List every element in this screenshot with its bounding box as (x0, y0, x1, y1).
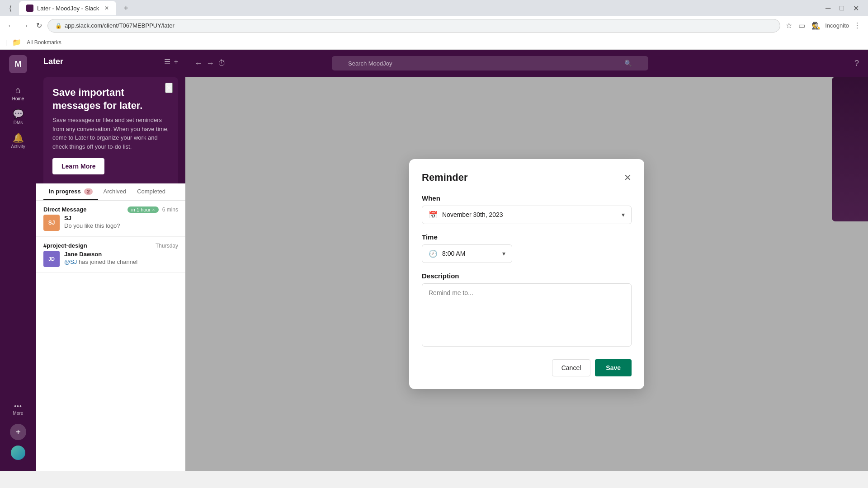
later-panel: Later ☰ + ✕ Save important messages for … (36, 50, 185, 471)
dialog-title: Reminder (422, 172, 467, 183)
reminder-tag: in 1 hour × (127, 206, 158, 213)
time-label: Time (422, 233, 632, 241)
later-tabs: In progress 2 Archived Completed (36, 183, 185, 201)
time-dropdown[interactable]: 🕗 8:00 AM ▾ (422, 244, 512, 263)
tab-in-progress-label: In progress (49, 188, 81, 195)
incognito-label: Incognito (825, 22, 849, 29)
activity-label: Activity (11, 144, 25, 149)
cancel-button[interactable]: Cancel (552, 359, 591, 376)
search-bar[interactable]: Search MoodJoy 🔍 (332, 56, 648, 70)
browser-toolbar: ← → ↻ 🔒 app.slack.com/client/T067MEBPPUY… (0, 16, 868, 35)
workspace-avatar[interactable]: M (9, 55, 27, 73)
save-button[interactable]: Save (595, 359, 632, 376)
banner-close-button[interactable]: ✕ (165, 83, 173, 93)
when-label: When (422, 194, 632, 202)
tab-in-progress[interactable]: In progress 2 (43, 183, 98, 200)
reminder-dialog: Reminder ✕ When 📅 November 30th, 2023 ▾ … (409, 159, 644, 389)
tab-close-icon[interactable]: ✕ (104, 5, 109, 11)
time-field: Time 🕗 8:00 AM ▾ (422, 233, 632, 263)
date-chevron-icon: ▾ (622, 211, 625, 218)
main-content: ← → ⏱ Search MoodJoy 🔍 ? Reminder ✕ (185, 50, 868, 471)
add-button[interactable]: + (174, 57, 178, 66)
description-label: Description (422, 272, 632, 280)
bookmark-star-icon[interactable]: ☆ (784, 19, 794, 32)
message-text-2: @SJ has joined the channel (64, 258, 137, 265)
sidebar-toggle-button[interactable]: ▭ (797, 19, 807, 32)
help-icon[interactable]: ? (854, 59, 859, 68)
tag-close-icon[interactable]: × (152, 207, 155, 212)
later-header: Later ☰ + (36, 50, 185, 70)
later-title: Later (43, 57, 63, 66)
sidebar-item-activity[interactable]: 🔔 Activity (5, 130, 32, 152)
topbar-right: ? (854, 59, 859, 68)
channel-label: #project-design (43, 242, 87, 249)
tag-text: in 1 hour (131, 207, 151, 212)
banner-description: Save messages or files and set reminders… (52, 116, 169, 151)
dialog-header: Reminder ✕ (422, 172, 632, 183)
sidebar-nav: M ⌂ Home 💬 DMs 🔔 Activity ••• More + (0, 50, 36, 471)
browser-back-btn[interactable]: ⟨ (5, 2, 15, 14)
date-value: November 30th, 2023 (442, 211, 617, 218)
tab-archived-label: Archived (104, 188, 127, 195)
menu-button[interactable]: ⋮ (852, 19, 863, 32)
history-button[interactable]: ⏱ (218, 59, 226, 68)
bookmarks-label[interactable]: All Bookmarks (27, 39, 61, 46)
more-icon: ••• (14, 403, 22, 410)
description-textarea[interactable] (422, 283, 632, 347)
minimize-button[interactable]: ─ (822, 2, 834, 14)
tab-completed[interactable]: Completed (132, 183, 171, 200)
slack-favicon (26, 5, 33, 12)
forward-nav-button[interactable]: → (20, 20, 31, 32)
message-text: Do you like this logo? (64, 222, 120, 229)
sidebar-item-home[interactable]: ⌂ Home (5, 82, 32, 104)
sidebar-item-dms[interactable]: 💬 DMs (5, 106, 32, 128)
message-time-2: Thursday (156, 243, 178, 249)
later-banner-inner: ✕ Save important messages for later. Sav… (43, 77, 178, 183)
calendar-icon: 📅 (429, 211, 438, 219)
avatar-initials: SJ (48, 220, 55, 226)
sender-avatar-2: JD (43, 251, 60, 267)
dialog-overlay: Reminder ✕ When 📅 November 30th, 2023 ▾ … (185, 77, 868, 471)
incognito-icon[interactable]: 🕵 (810, 19, 822, 32)
in-progress-badge: 2 (84, 188, 92, 195)
search-text: Search MoodJoy (348, 60, 624, 67)
search-icon: 🔍 (624, 60, 632, 67)
date-dropdown[interactable]: 📅 November 30th, 2023 ▾ (422, 206, 632, 224)
message-time: 6 mins (162, 206, 178, 213)
user-avatar[interactable] (11, 446, 25, 460)
new-tab-button[interactable]: + (120, 2, 132, 15)
bookmarks-bar-divider: | (5, 39, 7, 46)
banner-title: Save important messages for later. (52, 86, 169, 112)
url-text: app.slack.com/client/T067MEBPPUY/later (65, 22, 773, 29)
list-item[interactable]: #project-design Thursday JD Jane Dawson … (36, 237, 185, 273)
back-nav-button[interactable]: ← (5, 20, 16, 32)
activity-icon: 🔔 (13, 132, 24, 143)
back-history-button[interactable]: ← (194, 59, 203, 68)
forward-history-button[interactable]: → (206, 59, 214, 68)
filter-button[interactable]: ☰ (164, 57, 170, 66)
sidebar-item-more[interactable]: ••• More (5, 400, 32, 418)
sender-name: SJ (64, 215, 120, 221)
browser-titlebar: ⟨ Later - MoodJoy - Slack ✕ + ─ □ ✕ (0, 0, 868, 16)
dialog-close-button[interactable]: ✕ (624, 172, 632, 183)
sender-name-2: Jane Dawson (64, 251, 137, 258)
add-workspace-button[interactable]: + (10, 424, 26, 440)
tab-title: Later - MoodJoy - Slack (37, 5, 99, 12)
home-label: Home (12, 96, 24, 101)
learn-more-button[interactable]: Learn More (52, 158, 104, 174)
reload-button[interactable]: ↻ (34, 19, 44, 32)
search-container: Search MoodJoy 🔍 (332, 56, 648, 70)
close-button[interactable]: ✕ (849, 2, 863, 14)
address-bar[interactable]: 🔒 app.slack.com/client/T067MEBPPUY/later (47, 19, 780, 33)
when-field: When 📅 November 30th, 2023 ▾ (422, 194, 632, 224)
browser-tab-active[interactable]: Later - MoodJoy - Slack ✕ (19, 1, 116, 15)
list-item[interactable]: Direct Message in 1 hour × 6 mins SJ (36, 201, 185, 237)
home-icon: ⌂ (15, 85, 21, 95)
avatar-text-2: JD (48, 256, 55, 262)
maximize-button[interactable]: □ (836, 2, 848, 14)
app-container: M ⌂ Home 💬 DMs 🔔 Activity ••• More + (0, 50, 868, 471)
slack-topbar: ← → ⏱ Search MoodJoy 🔍 ? (185, 50, 868, 77)
tab-archived[interactable]: Archived (98, 183, 132, 200)
tab-completed-label: Completed (137, 188, 165, 195)
browser-chrome: ⟨ Later - MoodJoy - Slack ✕ + ─ □ ✕ ← → … (0, 0, 868, 50)
